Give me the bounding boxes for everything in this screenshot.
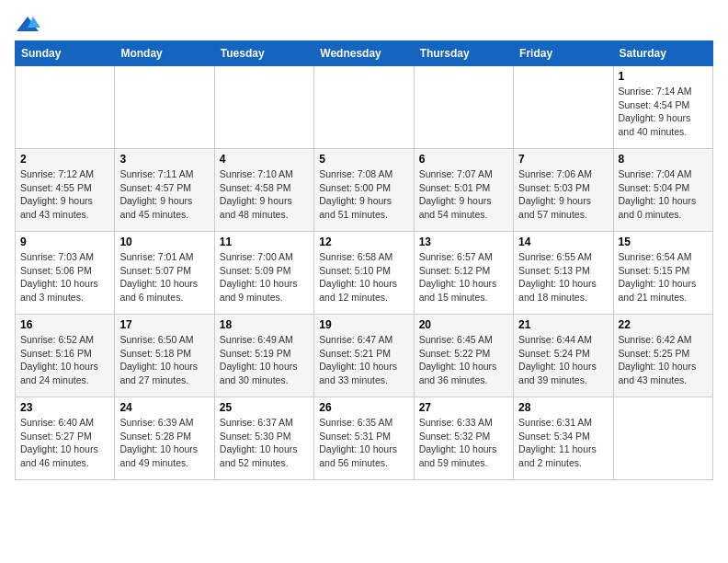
- day-number: 7: [518, 153, 608, 166]
- calendar-header: SundayMondayTuesdayWednesdayThursdayFrid…: [16, 41, 713, 66]
- day-number: 26: [319, 401, 408, 414]
- week-row-4: 16Sunrise: 6:52 AM Sunset: 5:16 PM Dayli…: [16, 315, 713, 397]
- calendar-cell: 4Sunrise: 7:10 AM Sunset: 4:58 PM Daylig…: [214, 149, 313, 232]
- calendar-cell: 20Sunrise: 6:45 AM Sunset: 5:22 PM Dayli…: [414, 315, 513, 397]
- logo: [15, 15, 44, 35]
- day-number: 2: [20, 153, 109, 166]
- calendar-cell: [414, 66, 513, 149]
- day-info: Sunrise: 6:33 AM Sunset: 5:32 PM Dayligh…: [419, 416, 508, 470]
- calendar-cell: 22Sunrise: 6:42 AM Sunset: 5:25 PM Dayli…: [613, 315, 712, 397]
- calendar-cell: 7Sunrise: 7:06 AM Sunset: 5:03 PM Daylig…: [514, 149, 613, 232]
- day-info: Sunrise: 6:40 AM Sunset: 5:27 PM Dayligh…: [20, 416, 109, 470]
- day-number: 24: [119, 401, 209, 414]
- calendar-cell: 6Sunrise: 7:07 AM Sunset: 5:01 PM Daylig…: [414, 149, 513, 232]
- week-row-1: 1Sunrise: 7:14 AM Sunset: 4:54 PM Daylig…: [16, 66, 713, 149]
- calendar-cell: 21Sunrise: 6:44 AM Sunset: 5:24 PM Dayli…: [514, 315, 613, 397]
- header-day-monday: Monday: [115, 41, 214, 66]
- day-number: 17: [119, 318, 209, 331]
- day-info: Sunrise: 7:06 AM Sunset: 5:03 PM Dayligh…: [518, 167, 608, 222]
- calendar-cell: 15Sunrise: 6:54 AM Sunset: 5:15 PM Dayli…: [613, 232, 712, 315]
- calendar-cell: 19Sunrise: 6:47 AM Sunset: 5:21 PM Dayli…: [314, 315, 414, 397]
- day-info: Sunrise: 7:07 AM Sunset: 5:01 PM Dayligh…: [419, 167, 508, 222]
- header-row: SundayMondayTuesdayWednesdayThursdayFrid…: [16, 41, 713, 66]
- header-day-thursday: Thursday: [414, 41, 513, 66]
- calendar-cell: [115, 66, 214, 149]
- day-info: Sunrise: 7:04 AM Sunset: 5:04 PM Dayligh…: [619, 167, 708, 222]
- day-info: Sunrise: 6:57 AM Sunset: 5:12 PM Dayligh…: [419, 250, 508, 304]
- header-day-sunday: Sunday: [16, 41, 115, 66]
- day-number: 12: [319, 236, 408, 248]
- week-row-5: 23Sunrise: 6:40 AM Sunset: 5:27 PM Dayli…: [16, 397, 713, 480]
- day-number: 3: [119, 153, 209, 166]
- header: [15, 15, 713, 35]
- day-number: 8: [619, 153, 708, 166]
- header-day-friday: Friday: [514, 41, 613, 66]
- header-day-saturday: Saturday: [613, 41, 712, 66]
- day-number: 22: [619, 318, 708, 331]
- day-info: Sunrise: 6:35 AM Sunset: 5:31 PM Dayligh…: [319, 416, 408, 470]
- day-number: 5: [319, 153, 408, 166]
- day-info: Sunrise: 6:31 AM Sunset: 5:34 PM Dayligh…: [518, 416, 608, 470]
- day-info: Sunrise: 7:08 AM Sunset: 5:00 PM Dayligh…: [319, 167, 408, 222]
- day-info: Sunrise: 6:49 AM Sunset: 5:19 PM Dayligh…: [220, 333, 309, 387]
- calendar-cell: 2Sunrise: 7:12 AM Sunset: 4:55 PM Daylig…: [16, 149, 115, 232]
- day-info: Sunrise: 6:47 AM Sunset: 5:21 PM Dayligh…: [319, 333, 408, 387]
- day-number: 6: [419, 153, 508, 166]
- logo-icon: [15, 15, 40, 35]
- week-row-2: 2Sunrise: 7:12 AM Sunset: 4:55 PM Daylig…: [16, 149, 713, 232]
- day-number: 11: [220, 236, 309, 248]
- calendar-cell: 16Sunrise: 6:52 AM Sunset: 5:16 PM Dayli…: [16, 315, 115, 397]
- day-number: 13: [419, 236, 508, 248]
- day-info: Sunrise: 6:39 AM Sunset: 5:28 PM Dayligh…: [119, 416, 209, 470]
- calendar-cell: 5Sunrise: 7:08 AM Sunset: 5:00 PM Daylig…: [314, 149, 414, 232]
- day-info: Sunrise: 6:50 AM Sunset: 5:18 PM Dayligh…: [119, 333, 209, 387]
- calendar: SundayMondayTuesdayWednesdayThursdayFrid…: [15, 40, 713, 480]
- day-info: Sunrise: 6:55 AM Sunset: 5:13 PM Dayligh…: [518, 250, 608, 304]
- day-number: 19: [319, 318, 408, 331]
- calendar-cell: 26Sunrise: 6:35 AM Sunset: 5:31 PM Dayli…: [314, 397, 414, 480]
- calendar-cell: 18Sunrise: 6:49 AM Sunset: 5:19 PM Dayli…: [214, 315, 313, 397]
- calendar-cell: [613, 397, 712, 480]
- calendar-cell: 9Sunrise: 7:03 AM Sunset: 5:06 PM Daylig…: [16, 232, 115, 315]
- header-day-wednesday: Wednesday: [314, 41, 414, 66]
- header-day-tuesday: Tuesday: [214, 41, 313, 66]
- week-row-3: 9Sunrise: 7:03 AM Sunset: 5:06 PM Daylig…: [16, 232, 713, 315]
- day-info: Sunrise: 6:37 AM Sunset: 5:30 PM Dayligh…: [220, 416, 309, 470]
- day-number: 20: [419, 318, 508, 331]
- calendar-cell: [314, 66, 414, 149]
- calendar-cell: 23Sunrise: 6:40 AM Sunset: 5:27 PM Dayli…: [16, 397, 115, 480]
- day-info: Sunrise: 6:54 AM Sunset: 5:15 PM Dayligh…: [619, 250, 708, 304]
- calendar-cell: [214, 66, 313, 149]
- day-number: 14: [518, 236, 608, 248]
- day-number: 18: [220, 318, 309, 331]
- day-info: Sunrise: 7:11 AM Sunset: 4:57 PM Dayligh…: [119, 167, 209, 222]
- day-number: 23: [20, 401, 109, 414]
- day-number: 27: [419, 401, 508, 414]
- calendar-cell: 1Sunrise: 7:14 AM Sunset: 4:54 PM Daylig…: [613, 66, 712, 149]
- day-info: Sunrise: 6:52 AM Sunset: 5:16 PM Dayligh…: [20, 333, 109, 387]
- calendar-cell: 17Sunrise: 6:50 AM Sunset: 5:18 PM Dayli…: [115, 315, 214, 397]
- calendar-cell: 24Sunrise: 6:39 AM Sunset: 5:28 PM Dayli…: [115, 397, 214, 480]
- calendar-cell: 14Sunrise: 6:55 AM Sunset: 5:13 PM Dayli…: [514, 232, 613, 315]
- day-number: 16: [20, 318, 109, 331]
- day-info: Sunrise: 6:58 AM Sunset: 5:10 PM Dayligh…: [319, 250, 408, 304]
- calendar-cell: [514, 66, 613, 149]
- day-number: 28: [518, 401, 608, 414]
- day-info: Sunrise: 6:45 AM Sunset: 5:22 PM Dayligh…: [419, 333, 508, 387]
- day-info: Sunrise: 7:14 AM Sunset: 4:54 PM Dayligh…: [619, 85, 708, 139]
- calendar-cell: [16, 66, 115, 149]
- day-number: 4: [220, 153, 309, 166]
- calendar-cell: 25Sunrise: 6:37 AM Sunset: 5:30 PM Dayli…: [214, 397, 313, 480]
- day-info: Sunrise: 7:00 AM Sunset: 5:09 PM Dayligh…: [220, 250, 309, 304]
- calendar-cell: 27Sunrise: 6:33 AM Sunset: 5:32 PM Dayli…: [414, 397, 513, 480]
- day-number: 21: [518, 318, 608, 331]
- calendar-body: 1Sunrise: 7:14 AM Sunset: 4:54 PM Daylig…: [16, 66, 713, 480]
- calendar-cell: 10Sunrise: 7:01 AM Sunset: 5:07 PM Dayli…: [115, 232, 214, 315]
- day-number: 15: [619, 236, 708, 248]
- day-number: 10: [119, 236, 209, 248]
- calendar-cell: 3Sunrise: 7:11 AM Sunset: 4:57 PM Daylig…: [115, 149, 214, 232]
- day-info: Sunrise: 7:01 AM Sunset: 5:07 PM Dayligh…: [119, 250, 209, 304]
- day-info: Sunrise: 6:44 AM Sunset: 5:24 PM Dayligh…: [518, 333, 608, 387]
- day-info: Sunrise: 7:03 AM Sunset: 5:06 PM Dayligh…: [20, 250, 109, 304]
- day-info: Sunrise: 7:10 AM Sunset: 4:58 PM Dayligh…: [220, 167, 309, 222]
